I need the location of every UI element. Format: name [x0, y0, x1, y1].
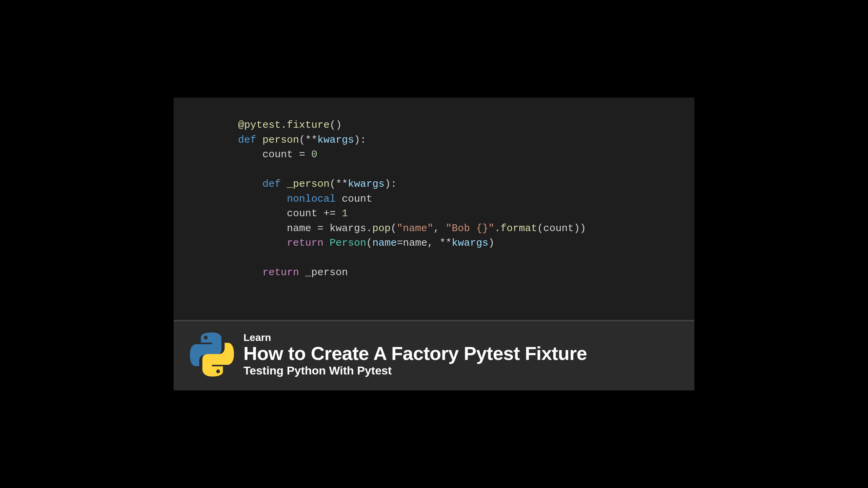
keyword-def: def	[238, 134, 256, 146]
banner-text: Learn How to Create A Factory Pytest Fix…	[243, 332, 587, 377]
keyword-nonlocal: nonlocal	[287, 193, 336, 205]
subhead: Testing Python With Pytest	[243, 365, 587, 377]
func-name: person	[262, 134, 299, 146]
inner-func-name: _person	[287, 178, 330, 190]
keyword-def: def	[262, 178, 281, 190]
python-logo-icon	[190, 332, 234, 377]
code-area: @pytest.fixture() def person(**kwargs): …	[174, 98, 694, 320]
kicker: Learn	[243, 332, 587, 343]
code-block: @pytest.fixture() def person(**kwargs): …	[238, 118, 694, 280]
slide-card: @pytest.fixture() def person(**kwargs): …	[174, 98, 694, 390]
keyword-return: return	[287, 237, 323, 249]
banner: Learn How to Create A Factory Pytest Fix…	[174, 320, 694, 390]
keyword-return: return	[262, 267, 299, 278]
decorator: @pytest.fixture	[238, 119, 330, 131]
headline: How to Create A Factory Pytest Fixture	[243, 344, 587, 364]
